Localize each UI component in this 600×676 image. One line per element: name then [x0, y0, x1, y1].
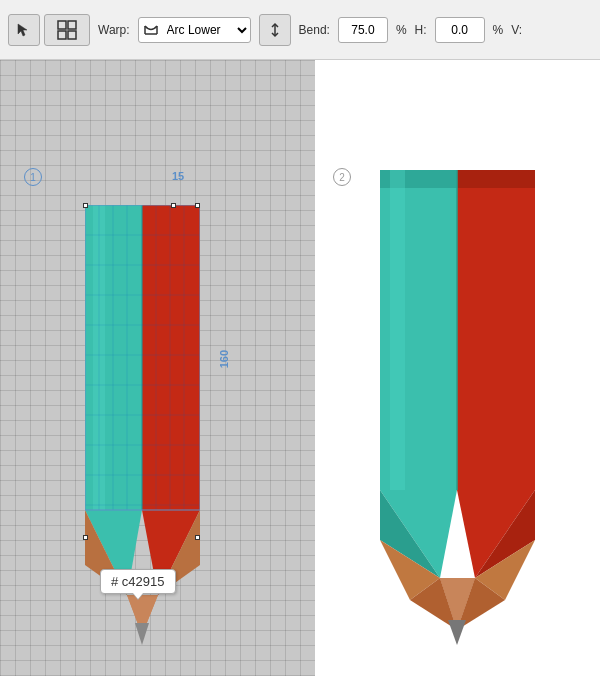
svg-marker-0 — [18, 24, 27, 36]
dim-width-label: 15 — [172, 170, 184, 182]
switch-direction-button[interactable] — [259, 14, 291, 46]
bend-input[interactable] — [338, 17, 388, 43]
warp-select-wrapper: NoneArcArc LowerArc UpperArchBulgeShell … — [138, 17, 251, 43]
handle-tc[interactable] — [171, 203, 176, 208]
handle-br[interactable] — [195, 535, 200, 540]
bend-label: Bend: — [299, 23, 330, 37]
v-label: V: — [511, 23, 522, 37]
handle-tl[interactable] — [83, 203, 88, 208]
canvas-indicator-1: 1 — [24, 168, 42, 186]
svg-marker-54 — [448, 620, 466, 645]
arc-lower-icon — [143, 23, 159, 37]
tool-select-group — [8, 14, 90, 46]
svg-rect-41 — [457, 170, 535, 188]
main-area: 1 15 160 — [0, 60, 600, 676]
svg-rect-10 — [142, 205, 200, 510]
color-tooltip: # c42915 — [100, 569, 176, 594]
svg-rect-2 — [68, 21, 76, 29]
svg-rect-40 — [457, 170, 535, 490]
svg-rect-3 — [58, 31, 66, 39]
canvas-indicator-2: 2 — [333, 168, 351, 186]
color-value: # c42915 — [111, 574, 165, 589]
dim-height-label: 160 — [218, 350, 230, 368]
move-tool-icon — [16, 22, 32, 38]
grid-icon — [57, 20, 77, 40]
h-label: H: — [415, 23, 427, 37]
warp-label: Warp: — [98, 23, 130, 37]
preview-panel: 2 — [315, 60, 600, 676]
move-tool-button[interactable] — [8, 14, 40, 46]
handle-bl[interactable] — [83, 535, 88, 540]
handle-tr[interactable] — [195, 203, 200, 208]
grid-tool-button[interactable] — [44, 14, 90, 46]
toolbar: Warp: NoneArcArc LowerArc UpperArchBulge… — [0, 0, 600, 60]
preview-pencil-svg — [380, 170, 535, 660]
switch-icon — [267, 22, 283, 38]
svg-rect-4 — [68, 31, 76, 39]
svg-marker-19 — [135, 623, 149, 645]
bend-pct: % — [396, 23, 407, 37]
h-input[interactable] — [435, 17, 485, 43]
canvas-panel[interactable]: 1 15 160 — [0, 60, 315, 676]
svg-rect-42 — [390, 170, 405, 490]
svg-rect-1 — [58, 21, 66, 29]
h-pct: % — [493, 23, 504, 37]
